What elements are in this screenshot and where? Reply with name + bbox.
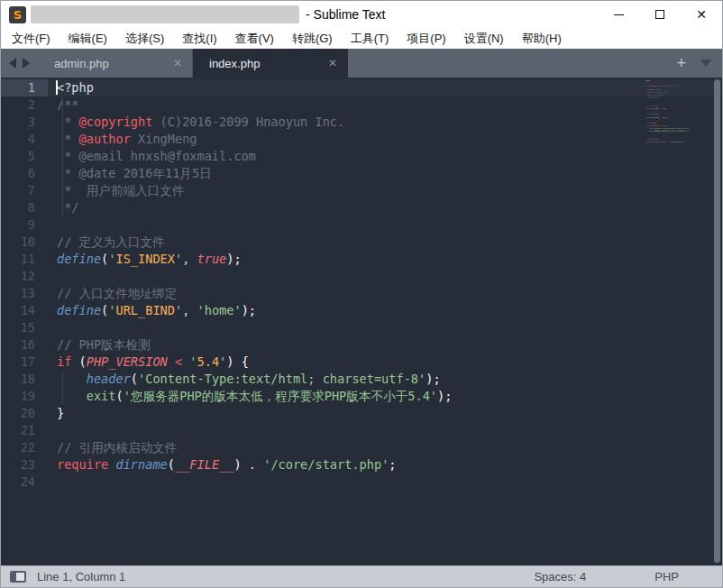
code-line-11: define('IS_INDEX', true); xyxy=(645,107,653,110)
code-line-24 xyxy=(57,473,722,491)
code-line-24 xyxy=(645,143,653,146)
line-number: 19 xyxy=(1,388,48,405)
titlebar: S - Sublime Text ✕ xyxy=(1,1,722,28)
code-line-17: if (PHP_VERSION < '5.4') { xyxy=(57,354,722,371)
menu-item-0[interactable]: 文件(F) xyxy=(3,28,59,49)
line-number-gutter: 123456789101112131415161718192021222324 xyxy=(1,78,48,565)
menu-item-2[interactable]: 选择(S) xyxy=(116,28,173,49)
tab-close-icon[interactable]: ✕ xyxy=(328,57,337,69)
code-line-14: define('URL_BIND', 'home'); xyxy=(645,115,653,118)
line-number: 8 xyxy=(1,199,48,216)
code-line-8: */ xyxy=(57,199,722,216)
minimize-button[interactable] xyxy=(598,1,639,28)
menu-item-1[interactable]: 编辑(E) xyxy=(59,28,116,49)
code-line-19: exit('您服务器PHP的版本太低，程序要求PHP版本不小于5.4'); xyxy=(645,130,653,133)
line-number: 4 xyxy=(1,131,48,148)
code-line-7: * 用户前端入口文件 xyxy=(57,182,722,199)
tab-label: admin.php xyxy=(54,57,173,70)
code-line-21 xyxy=(57,422,722,439)
code-line-5: * @email hnxsh@foxmail.com xyxy=(57,148,722,165)
tab-scroll-right-icon[interactable] xyxy=(23,58,30,69)
current-line-highlight xyxy=(48,79,722,96)
line-number: 10 xyxy=(1,234,48,251)
line-number: 24 xyxy=(1,473,48,491)
line-number: 16 xyxy=(1,336,48,354)
indent-guide xyxy=(62,371,63,405)
redacted-filepath xyxy=(31,5,299,23)
menu-item-4[interactable]: 查看(V) xyxy=(226,28,283,49)
tab-nav xyxy=(1,49,38,78)
line-number: 23 xyxy=(1,456,48,473)
menu-item-7[interactable]: 项目(P) xyxy=(398,28,454,49)
menu-item-8[interactable]: 设置(N) xyxy=(455,28,513,49)
code-line-23: require dirname(__FILE__) . '/core/start… xyxy=(57,456,722,473)
tab-close-icon[interactable]: ✕ xyxy=(173,57,182,69)
close-icon: ✕ xyxy=(696,8,707,21)
minimap-content: <?php/** * @copyright (C)2016-2099 Hnaoy… xyxy=(645,79,653,146)
code-line-18: header('Content-Type:text/html; charset=… xyxy=(57,371,722,388)
statusbar-right: Spaces: 4 PHP xyxy=(534,570,713,583)
line-number: 22 xyxy=(1,439,48,456)
line-number: 7 xyxy=(1,182,48,199)
code-line-3: * @copyright (C)2016-2099 Hnaoyun Inc. xyxy=(57,114,722,131)
tab-admin.php[interactable]: admin.php✕ xyxy=(38,49,193,78)
code-line-23: require dirname(__FILE__) . '/core/start… xyxy=(645,141,653,143)
tabs-container: admin.php✕index.php✕ xyxy=(38,49,348,78)
tab-overflow-icon[interactable] xyxy=(700,60,711,67)
code-line-22: // 引用内核启动文件 xyxy=(57,439,722,456)
code-line-6: * @date 2016年11月5日 xyxy=(57,165,722,182)
line-number: 9 xyxy=(1,216,48,234)
line-number: 12 xyxy=(1,268,48,285)
code-line-20: } xyxy=(57,405,722,422)
tab-index.php[interactable]: index.php✕ xyxy=(193,49,348,78)
code-line-13: // 入口文件地址绑定 xyxy=(57,285,722,302)
code-line-15 xyxy=(57,319,722,336)
code-line-11: define('IS_INDEX', true); xyxy=(57,251,722,268)
tab-scroll-left-icon[interactable] xyxy=(9,58,16,69)
code-area[interactable]: <?php/** * @copyright (C)2016-2099 Hnaoy… xyxy=(48,78,722,565)
line-number: 1 xyxy=(1,79,48,96)
code-line-10: // 定义为入口文件 xyxy=(57,234,722,251)
editor[interactable]: 123456789101112131415161718192021222324 … xyxy=(1,78,722,565)
menu-item-6[interactable]: 工具(T) xyxy=(342,28,398,49)
text-caret xyxy=(56,80,58,95)
menu-item-5[interactable]: 转跳(G) xyxy=(283,28,342,49)
menubar: 文件(F)编辑(E)选择(S)查找(I)查看(V)转跳(G)工具(T)项目(P)… xyxy=(1,28,722,49)
new-tab-button[interactable]: + xyxy=(676,55,686,71)
maximize-button[interactable] xyxy=(639,1,681,28)
window-controls: ✕ xyxy=(598,1,722,28)
menu-item-3[interactable]: 查找(I) xyxy=(173,28,225,49)
indent-guide xyxy=(62,96,63,216)
code-line-14: define('URL_BIND', 'home'); xyxy=(57,302,722,319)
sublime-logo-icon: S xyxy=(9,6,26,23)
tabbar: admin.php✕index.php✕ + xyxy=(1,49,722,78)
caret-position-label: Line 1, Column 1 xyxy=(37,570,125,583)
close-button[interactable]: ✕ xyxy=(681,1,722,28)
line-number: 21 xyxy=(1,422,48,439)
sublime-window: S - Sublime Text ✕ 文件(F)编辑(E)选择(S)查找(I)查… xyxy=(0,0,723,588)
line-number: 20 xyxy=(1,405,48,422)
line-number: 18 xyxy=(1,371,48,388)
line-number: 11 xyxy=(1,251,48,268)
code-line-16: // PHP版本检测 xyxy=(57,336,722,354)
line-number: 3 xyxy=(1,114,48,131)
syntax-mode[interactable]: PHP xyxy=(654,570,679,583)
vertical-scrollbar[interactable] xyxy=(714,79,720,563)
line-number: 5 xyxy=(1,148,48,165)
menu-item-9[interactable]: 帮助(H) xyxy=(513,28,571,49)
minimap[interactable]: <?php/** * @copyright (C)2016-2099 Hnaoy… xyxy=(645,79,710,269)
tab-label: index.php xyxy=(209,57,328,70)
indentation-setting[interactable]: Spaces: 4 xyxy=(534,570,586,583)
statusbar: Line 1, Column 1 Spaces: 4 PHP xyxy=(1,565,722,587)
line-number: 6 xyxy=(1,165,48,182)
maximize-icon xyxy=(655,10,664,19)
window-title: - Sublime Text xyxy=(306,7,385,22)
minimize-icon xyxy=(614,14,624,15)
line-number: 14 xyxy=(1,302,48,319)
sidebar-toggle-icon[interactable] xyxy=(10,571,26,583)
code-line-9 xyxy=(57,216,722,234)
line-number: 13 xyxy=(1,285,48,302)
code-line-2: /** xyxy=(57,96,722,114)
line-number: 17 xyxy=(1,354,48,371)
code-line-12 xyxy=(57,268,722,285)
